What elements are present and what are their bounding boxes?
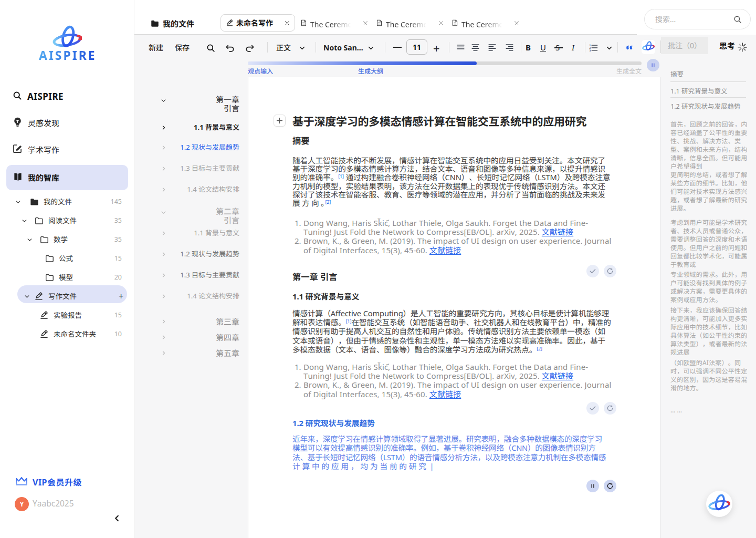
svg-text:3: 3 xyxy=(589,48,591,52)
